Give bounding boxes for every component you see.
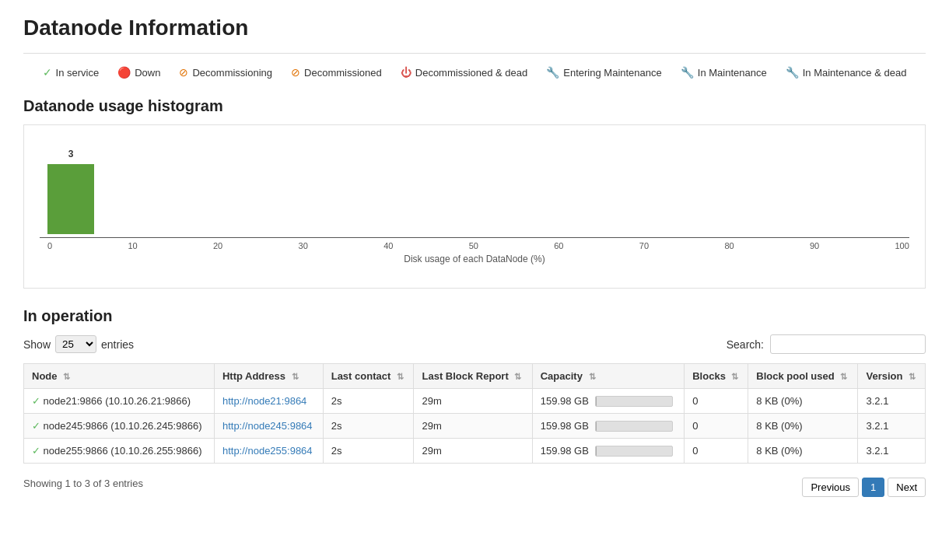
- table-row: ✓ node255:9866 (10.10.26.255:9866) http:…: [24, 439, 926, 464]
- legend-entering-maintenance-label: Entering Maintenance: [563, 67, 661, 79]
- capacity-bar-bg-2: [595, 446, 673, 457]
- x-tick-10: 10: [128, 241, 137, 250]
- entries-select[interactable]: 10 25 50 100: [55, 335, 96, 353]
- divider: [23, 53, 926, 54]
- previous-button[interactable]: Previous: [802, 478, 859, 497]
- entering-maintenance-icon: 🔧: [546, 66, 559, 79]
- legend-decommissioned-dead: ⏻ Decommissioned & dead: [401, 66, 528, 79]
- legend-down: 🔴 Down: [117, 66, 160, 79]
- legend-decommissioned-label: Decommissioned: [304, 67, 382, 79]
- decommissioning-icon: ⊘: [179, 66, 188, 79]
- legend-entering-maintenance: 🔧 Entering Maintenance: [546, 66, 661, 79]
- in-service-icon: ✓: [43, 66, 52, 79]
- bar-value-label: 3: [68, 149, 74, 159]
- page-1-button[interactable]: 1: [862, 478, 884, 497]
- cell-node-1: ✓ node245:9866 (10.10.26.245:9866): [24, 414, 215, 439]
- x-tick-0: 0: [47, 241, 52, 250]
- http-address-link-0[interactable]: http://node21:9864: [222, 395, 306, 407]
- x-axis-title: Disk usage of each DataNode (%): [40, 254, 909, 264]
- next-button[interactable]: Next: [888, 478, 926, 497]
- show-label: Show: [23, 338, 51, 351]
- node-status-icon-0: ✓: [32, 395, 40, 407]
- legend-in-maintenance-dead-label: In Maintenance & dead: [803, 67, 907, 79]
- node-status-icon-2: ✓: [32, 445, 40, 457]
- cell-http-2: http://node255:9864: [214, 439, 323, 464]
- capacity-bar-fill-1: [596, 422, 597, 431]
- cell-block-report-1: 29m: [414, 414, 532, 439]
- status-legend: ✓ In service 🔴 Down ⊘ Decommissioning ⊘ …: [23, 66, 926, 79]
- table-footer: Showing 1 to 3 of 3 entries Previous 1 N…: [23, 470, 926, 497]
- datanode-table: Node ⇅ Http Address ⇅ Last contact ⇅ Las…: [23, 363, 926, 464]
- table-controls: Show 10 25 50 100 entries Search:: [23, 334, 926, 354]
- col-version[interactable]: Version ⇅: [858, 364, 926, 389]
- col-block-pool-used[interactable]: Block pool used ⇅: [748, 364, 858, 389]
- cell-last-contact-1: 2s: [323, 414, 414, 439]
- search-label: Search:: [727, 338, 764, 351]
- cell-node-0: ✓ node21:9866 (10.10.26.21:9866): [24, 389, 215, 414]
- capacity-container-2: 159.98 GB: [541, 445, 677, 457]
- legend-in-maintenance: 🔧 In Maintenance: [681, 66, 767, 79]
- x-tick-40: 40: [383, 241, 393, 250]
- x-tick-70: 70: [639, 241, 649, 250]
- cell-capacity-2: 159.98 GB: [532, 439, 685, 464]
- cell-capacity-0: 159.98 GB: [532, 389, 685, 414]
- table-row: ✓ node21:9866 (10.10.26.21:9866) http://…: [24, 389, 926, 414]
- table-row: ✓ node245:9866 (10.10.26.245:9866) http:…: [24, 414, 926, 439]
- table-header: Node ⇅ Http Address ⇅ Last contact ⇅ Las…: [24, 364, 926, 389]
- capacity-value-2: 159.98 GB: [541, 445, 589, 457]
- cell-blocks-2: 0: [685, 439, 748, 464]
- search-row: Search:: [727, 334, 926, 354]
- table-body: ✓ node21:9866 (10.10.26.21:9866) http://…: [24, 389, 926, 464]
- http-address-link-2[interactable]: http://node255:9864: [222, 445, 313, 457]
- capacity-bar-fill-0: [596, 397, 597, 406]
- capacity-bar-bg-0: [595, 396, 673, 407]
- col-node[interactable]: Node ⇅: [24, 364, 215, 389]
- legend-decommissioned: ⊘ Decommissioned: [291, 66, 382, 79]
- legend-in-service-label: In service: [56, 67, 100, 79]
- cell-last-contact-2: 2s: [323, 439, 414, 464]
- bar-chart: 3: [40, 141, 909, 234]
- x-tick-100: 100: [895, 241, 909, 250]
- col-last-block-report[interactable]: Last Block Report ⇅: [414, 364, 532, 389]
- histogram-title: Datanode usage histogram: [23, 97, 926, 115]
- x-tick-80: 80: [724, 241, 734, 250]
- node-status-icon-1: ✓: [32, 420, 40, 432]
- col-blocks[interactable]: Blocks ⇅: [685, 364, 748, 389]
- cell-version-1: 3.2.1: [858, 414, 926, 439]
- legend-in-maintenance-dead: 🔧 In Maintenance & dead: [786, 66, 907, 79]
- search-input[interactable]: [770, 334, 926, 354]
- entries-label: entries: [101, 338, 134, 351]
- legend-in-maintenance-label: In Maintenance: [698, 67, 767, 79]
- sort-icon-node: ⇅: [63, 372, 70, 381]
- http-address-link-1[interactable]: http://node245:9864: [222, 420, 313, 432]
- cell-block-pool-used-0: 8 KB (0%): [748, 389, 858, 414]
- show-entries-control: Show 10 25 50 100 entries: [23, 335, 134, 353]
- in-maintenance-icon: 🔧: [681, 66, 694, 79]
- col-last-contact[interactable]: Last contact ⇅: [323, 364, 414, 389]
- sort-icon-http: ⇅: [292, 372, 299, 381]
- capacity-container-1: 159.98 GB: [541, 420, 677, 432]
- capacity-bar-fill-2: [596, 446, 597, 456]
- capacity-value-1: 159.98 GB: [541, 420, 589, 432]
- cell-block-pool-used-2: 8 KB (0%): [748, 439, 858, 464]
- page-title: Datanode Information: [23, 16, 926, 40]
- sort-icon-capacity: ⇅: [589, 372, 596, 381]
- col-http-address[interactable]: Http Address ⇅: [214, 364, 323, 389]
- capacity-container-0: 159.98 GB: [541, 395, 677, 407]
- cell-blocks-1: 0: [685, 414, 748, 439]
- col-capacity[interactable]: Capacity ⇅: [532, 364, 685, 389]
- histogram-chart: 3 0 10 20 30 40 50 60 70 80 90 100 Disk …: [23, 124, 926, 289]
- x-tick-90: 90: [810, 241, 819, 250]
- x-tick-60: 60: [554, 241, 563, 250]
- showing-text: Showing 1 to 3 of 3 entries: [23, 478, 143, 489]
- legend-in-service: ✓ In service: [43, 66, 100, 79]
- sort-icon-block-report: ⇅: [514, 372, 521, 381]
- legend-decommissioning-label: Decommissioning: [192, 67, 272, 79]
- cell-version-0: 3.2.1: [858, 389, 926, 414]
- legend-decommissioning: ⊘ Decommissioning: [179, 66, 272, 79]
- x-tick-20: 20: [213, 241, 222, 250]
- sort-icon-pool: ⇅: [840, 372, 847, 381]
- decommissioned-dead-icon: ⏻: [401, 66, 411, 79]
- x-tick-50: 50: [469, 241, 478, 250]
- capacity-bar-bg-1: [595, 421, 673, 432]
